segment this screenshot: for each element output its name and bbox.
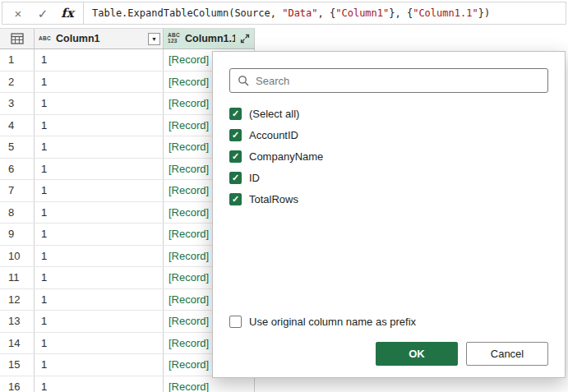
record-link[interactable]: [Record] <box>169 184 209 196</box>
search-icon <box>238 75 249 86</box>
row-number: 2 <box>0 71 35 93</box>
cell-column1[interactable]: 1 <box>35 333 164 354</box>
table-row: 16 1 [Record] <box>0 376 255 392</box>
column-header-label: Column1.1 <box>185 33 235 44</box>
cancel-formula-icon[interactable]: × <box>6 7 30 20</box>
cell-column1[interactable]: 1 <box>35 376 164 392</box>
formula-token: }, { <box>389 7 413 19</box>
prefix-checkbox-icon[interactable] <box>229 316 242 328</box>
record-link[interactable]: [Record] <box>169 53 209 66</box>
checkbox-icon[interactable]: ✓ <box>229 193 242 205</box>
cell-column1[interactable]: 1 <box>35 49 164 71</box>
check-glyph: ✓ <box>232 109 239 118</box>
row-number: 3 <box>0 93 35 114</box>
row-number: 15 <box>0 354 35 376</box>
record-link[interactable]: [Record] <box>169 76 209 88</box>
column-option-label: CompanyName <box>249 150 323 163</box>
check-glyph: ✓ <box>232 195 239 204</box>
row-number: 14 <box>0 333 35 354</box>
record-link[interactable]: [Record] <box>169 228 209 240</box>
row-number: 11 <box>0 267 35 288</box>
cell-column1[interactable]: 1 <box>35 224 164 245</box>
column-header-column1-1[interactable]: ABC123 Column1.1 <box>164 29 255 48</box>
record-link[interactable]: [Record] <box>169 315 209 327</box>
row-number: 12 <box>0 289 35 311</box>
filter-dropdown-button[interactable]: ▼ <box>148 33 160 45</box>
ok-button[interactable]: OK <box>376 342 458 366</box>
record-link[interactable]: [Record] <box>169 293 209 306</box>
row-number: 1 <box>0 49 35 71</box>
check-glyph: ✓ <box>232 131 239 140</box>
record-link[interactable]: [Record] <box>169 271 209 284</box>
column-option-label: ID <box>249 172 260 184</box>
column-option[interactable]: ✓ TotalRows <box>229 188 548 210</box>
fx-icon[interactable]: fx <box>55 7 80 20</box>
text-type-icon: ABC <box>39 36 53 42</box>
column-option[interactable]: ✓ CompanyName <box>229 145 548 167</box>
table-corner-button[interactable] <box>0 29 35 48</box>
formula-token: "Column1.1" <box>413 7 478 19</box>
cancel-button[interactable]: Cancel <box>466 342 548 366</box>
checkbox-icon[interactable]: ✓ <box>229 172 242 184</box>
column-option-label: (Select all) <box>249 108 299 120</box>
record-link[interactable]: [Record] <box>169 250 209 262</box>
formula-token: "Column1" <box>335 7 389 19</box>
column-header-column1[interactable]: ABC Column1 ▼ <box>35 29 164 48</box>
column-option[interactable]: ✓ ID <box>229 167 548 188</box>
record-link[interactable]: [Record] <box>169 206 209 219</box>
row-number: 8 <box>0 202 35 224</box>
cell-column1[interactable]: 1 <box>35 202 164 224</box>
search-input[interactable] <box>256 75 540 87</box>
formula-token: "Data" <box>282 7 317 19</box>
row-number: 7 <box>0 180 35 201</box>
row-number: 6 <box>0 159 35 180</box>
cell-column1[interactable]: 1 <box>35 136 164 158</box>
cell-column1[interactable]: 1 <box>35 93 164 114</box>
checkbox-icon[interactable]: ✓ <box>229 129 242 141</box>
cell-column1-1[interactable]: [Record] <box>164 376 255 392</box>
cell-column1[interactable]: 1 <box>35 246 164 267</box>
check-glyph: ✓ <box>232 152 239 161</box>
column-option[interactable]: ✓ (Select all) <box>229 103 548 124</box>
expand-column-dialog: ✓ (Select all) ✓ AccountID ✓ CompanyName… <box>212 51 566 378</box>
row-number: 4 <box>0 115 35 136</box>
cell-column1[interactable]: 1 <box>35 71 164 93</box>
record-link[interactable]: [Record] <box>169 163 209 175</box>
checkbox-icon[interactable]: ✓ <box>229 108 242 120</box>
check-glyph: ✓ <box>232 173 239 182</box>
row-number: 5 <box>0 136 35 158</box>
record-link[interactable]: [Record] <box>169 97 209 109</box>
prefix-option[interactable]: Use original column name as prefix <box>229 311 548 332</box>
record-link[interactable]: [Record] <box>169 380 209 392</box>
column-options-list: ✓ (Select all) ✓ AccountID ✓ CompanyName… <box>229 103 548 210</box>
any-type-icon: ABC123 <box>168 33 182 44</box>
search-box[interactable] <box>229 68 548 93</box>
cell-column1[interactable]: 1 <box>35 267 164 288</box>
grid-header: ABC Column1 ▼ ABC123 Column1.1 <box>0 28 255 49</box>
record-link[interactable]: [Record] <box>169 119 209 131</box>
expand-column-icon[interactable] <box>238 32 252 45</box>
formula-token: Table.ExpandTableColumn(Source, <box>92 7 282 19</box>
table-icon <box>11 33 24 44</box>
row-number: 16 <box>0 376 35 392</box>
formula-bar: × ✓ fx Table.ExpandTableColumn(Source, "… <box>2 2 566 25</box>
cell-column1[interactable]: 1 <box>35 289 164 311</box>
prefix-option-label: Use original column name as prefix <box>249 316 416 328</box>
commit-formula-icon[interactable]: ✓ <box>30 7 55 20</box>
record-link[interactable]: [Record] <box>169 358 209 371</box>
formula-token: , { <box>318 7 336 19</box>
column-option-label: AccountID <box>249 129 298 141</box>
formula-text[interactable]: Table.ExpandTableColumn(Source, "Data", … <box>84 2 566 24</box>
cell-column1[interactable]: 1 <box>35 180 164 201</box>
formula-bar-actions: × ✓ fx <box>2 2 84 24</box>
checkbox-icon[interactable]: ✓ <box>229 150 242 163</box>
row-number: 10 <box>0 246 35 267</box>
cell-column1[interactable]: 1 <box>35 159 164 180</box>
cell-column1[interactable]: 1 <box>35 354 164 376</box>
cell-column1[interactable]: 1 <box>35 115 164 136</box>
record-link[interactable]: [Record] <box>169 141 209 153</box>
record-link[interactable]: [Record] <box>169 337 209 349</box>
column-option[interactable]: ✓ AccountID <box>229 124 548 145</box>
cell-column1[interactable]: 1 <box>35 311 164 332</box>
row-number: 13 <box>0 311 35 332</box>
